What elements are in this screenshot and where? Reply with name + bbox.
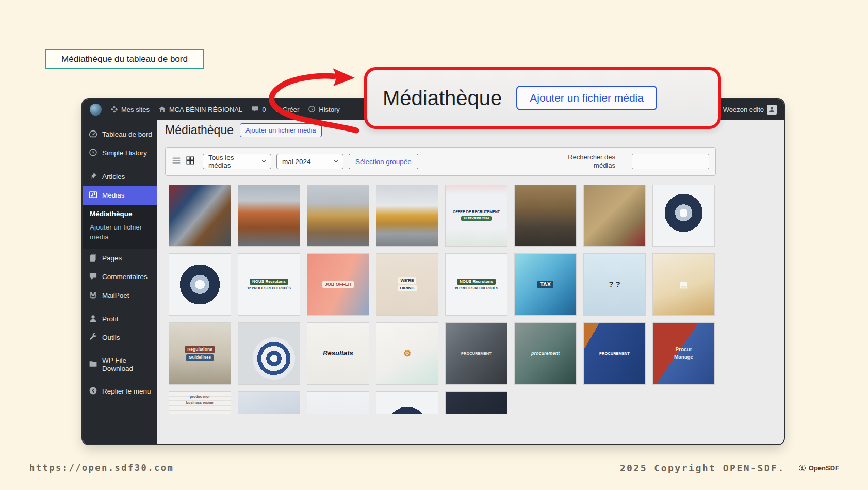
media-tile-documents-folder-illustration[interactable]: ▤ [653,254,714,315]
submenu-item-mediatheque[interactable]: Médiathèque [90,210,152,218]
chevron-down-icon [261,158,267,166]
sidebar-item-outils[interactable]: Outils [83,329,157,347]
wrench-icon [89,333,97,343]
dashboard-icon [89,129,97,140]
media-tile-were-hiring-poster[interactable]: WE'REHIRING [376,254,438,315]
annotation-label-text: Médiathèque du tableau de bord [61,54,188,64]
media-tile-white-keys-photo[interactable] [307,392,369,414]
wordpress-screenshot: Mes sites MCA BÉNIN RÉGIONAL 0 + Créer H… [83,99,784,444]
sidebar-item-mailpoet[interactable]: MailPoet [83,286,157,305]
history-shortcut[interactable]: History [308,105,339,115]
sidebar-item-medias[interactable]: Médias [83,186,157,205]
new-content-menu[interactable]: + Créer [274,106,299,114]
media-tile-gears-feather-illustration[interactable]: ⚙ [376,323,438,384]
comments-icon [89,272,97,282]
media-tile-question-marks-illustration[interactable]: ? ? [584,254,645,315]
account-menu[interactable]: Woezon edito [723,105,777,115]
media-tile-procurement-blue-tile[interactable]: PROCUREMENT [584,323,645,384]
site-name-label: MCA BÉNIN RÉGIONAL [169,106,242,113]
media-icon [89,190,97,201]
submenu-item-add-media[interactable]: Ajouter un fichier média [90,223,143,242]
media-tile-nous-recrutons-15-poster[interactable]: NOUS Recrutons15 PROFILS RECHERCHÉS [446,254,507,315]
media-tile-mca-logo-cropped[interactable] [376,392,438,414]
callout-title: Médiathèque [383,87,502,110]
media-tile-meeting-room-photo[interactable] [515,185,576,246]
media-tile-mca-benin-logo-large[interactable] [169,254,231,315]
media-tile-officials-talking-photo[interactable] [584,185,645,246]
sidebar-separator [83,377,157,382]
media-tile-darts-target-illustration[interactable] [238,323,300,384]
user-avatar [767,105,777,115]
annotation-callout: Médiathèque Ajouter un fichier média [364,67,721,129]
sidebar-separator [83,347,157,352]
media-grid-viewport: OFFRE DE RECRUTEMENT26 FÉVRIER 2024NOUS … [169,185,716,414]
sidebar-item-articles[interactable]: Articles [83,168,157,186]
my-sites-menu[interactable]: Mes sites [110,105,150,115]
medias-submenu: Médiathèque Ajouter un fichier média [83,205,157,249]
media-tile-job-offer-poster[interactable]: JOB OFFER [307,254,369,315]
sidebar-item-dashboard[interactable]: Tableau de bord [83,125,157,144]
home-icon [158,105,166,115]
history-icon [89,148,97,158]
media-type-filter[interactable]: Tous les médias [203,154,271,169]
pushpin-icon [89,172,97,182]
media-tile-dark-navy-tile[interactable] [446,392,507,414]
search-label: Rechercher des médias [562,153,615,169]
media-tile-trucks-row-photo[interactable] [307,185,369,246]
grid-view-icon[interactable] [186,156,195,167]
pages-icon [89,253,97,264]
media-tile-nous-recrutons-12-poster[interactable]: NOUS Recrutons12 PROFILS RECHERCHÉS [238,254,300,315]
heading-row: Médiathèque Ajouter un fichier média [165,123,322,137]
comment-bubble-icon [251,105,259,115]
sidebar-separator [83,305,157,310]
media-tile-regulations-guidelines-photo[interactable]: RegulationsGuidelines [169,323,231,384]
media-toolbar: Tous les médias mai 2024 Sélection group… [165,147,716,176]
media-date-filter[interactable]: mai 2024 [276,154,343,169]
admin-sidebar: Tableau de bord Simple History Articles … [83,120,157,444]
sidebar-item-commentaires[interactable]: Commentaires [83,268,157,286]
media-tile-procurement-teal-photo[interactable]: procurement [515,323,576,384]
my-sites-label: Mes sites [121,106,150,113]
new-label: Créer [283,106,300,113]
add-media-button[interactable]: Ajouter un fichier média [240,123,322,137]
plus-icon: + [274,106,279,114]
opensdf-logo-icon [798,464,806,472]
sidebar-separator [83,162,157,168]
comments-shortcut[interactable]: 0 [251,105,266,115]
sidebar-item-profil[interactable]: Profil [83,310,157,329]
page-title: Médiathèque [165,123,234,137]
sidebar-item-pages[interactable]: Pages [83,249,157,268]
media-search: Rechercher des médias [562,153,709,169]
search-input[interactable] [632,154,709,169]
site-avatar[interactable] [90,104,102,116]
media-library-content: Médiathèque Ajouter un fichier média Tou… [157,120,784,444]
media-tile-recruitment-offer-poster[interactable]: OFFRE DE RECRUTEMENT26 FÉVRIER 2024 [446,185,507,246]
media-tile-procurement-management-tile[interactable]: ProcurManage [653,323,714,384]
bulk-select-button[interactable]: Sélection groupée [349,154,418,169]
media-tile-truck-containers-photo[interactable] [376,185,438,246]
media-tile-tax-illustration[interactable]: TAX [515,254,576,315]
media-tile-mca-benin-logo[interactable] [653,185,714,246]
sidebar-item-wp-file-download[interactable]: WP File Download [83,352,157,377]
media-tile-resultats-notebook[interactable]: Résultats [307,323,369,384]
media-tile-officials-flags-photo[interactable] [169,185,231,246]
user-icon [89,314,97,324]
list-view-icon[interactable] [172,156,181,167]
mailpoet-icon [89,290,97,301]
sidebar-item-simple-history[interactable]: Simple History [83,144,157,162]
site-name-menu[interactable]: MCA BÉNIN RÉGIONAL [158,105,242,115]
footer-url: https://open.sdf30.com [29,463,174,473]
footer-right: 2025 Copyright OPEN-SDF. OpenSDF [620,463,839,473]
comments-count: 0 [262,106,266,113]
annotation-label: Médiathèque du tableau de bord [45,49,204,69]
media-tile-keyboard-magnifier-photo[interactable] [238,392,300,414]
media-tile-business-text-page[interactable]: produc morbusiness resear [169,392,231,414]
sidebar-item-collapse-menu[interactable]: Replier le menu [83,382,157,401]
clock-icon [308,105,316,115]
collapse-icon [89,386,97,397]
media-tile-procurement-gray-photo[interactable]: PROCUREMENT [446,323,507,384]
media-tile-containers-truck-photo[interactable] [238,185,300,246]
callout-add-media-button[interactable]: Ajouter un fichier média [516,86,657,110]
opensdf-brand: OpenSDF [798,464,839,472]
media-grid: OFFRE DE RECRUTEMENT26 FÉVRIER 2024NOUS … [169,185,716,414]
